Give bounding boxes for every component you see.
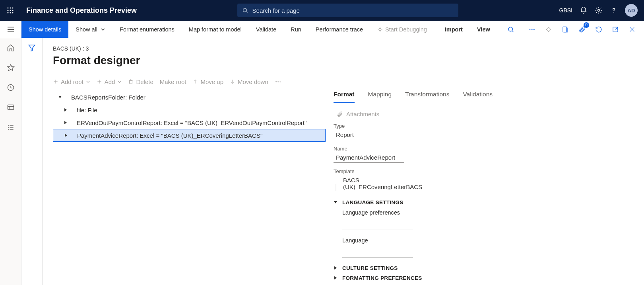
tab-transformations[interactable]: Transformations — [405, 91, 449, 103]
refresh-icon[interactable] — [593, 24, 604, 35]
validate-button[interactable]: Validate — [249, 21, 283, 38]
tree-row-file[interactable]: file: File — [53, 103, 326, 116]
svg-point-11 — [598, 10, 600, 12]
move-up-button[interactable]: Move up — [192, 78, 223, 85]
section-language-settings[interactable]: LANGUAGE SETTINGS — [334, 199, 636, 205]
run-button[interactable]: Run — [283, 21, 308, 38]
attachment-badge: 0 — [584, 22, 589, 28]
svg-marker-56 — [58, 96, 62, 98]
svg-rect-26 — [546, 27, 551, 31]
tree-label: ERVendOutPaymControlReport: Excel = "BAC… — [77, 119, 306, 126]
svg-point-55 — [280, 81, 281, 82]
app-title: Finance and Operations Preview — [21, 6, 137, 15]
filter-column — [21, 38, 43, 285]
svg-point-25 — [533, 29, 534, 29]
top-right: GBSI AD — [559, 4, 644, 17]
show-all-button[interactable]: Show all — [68, 21, 113, 38]
svg-point-24 — [531, 29, 532, 29]
section-formatting-preferences[interactable]: FORMATTING PREFERENCES — [334, 275, 636, 281]
svg-point-12 — [613, 12, 614, 13]
popout-icon[interactable] — [610, 24, 621, 35]
svg-point-4 — [10, 10, 11, 11]
search-box[interactable] — [237, 4, 458, 17]
svg-rect-34 — [8, 105, 14, 109]
svg-point-2 — [12, 7, 13, 8]
tab-validations[interactable]: Validations — [463, 91, 493, 103]
find-icon[interactable] — [505, 24, 516, 35]
tab-format[interactable]: Format — [334, 91, 355, 103]
separator — [436, 25, 436, 34]
company-code[interactable]: GBSI — [559, 7, 572, 14]
svg-marker-59 — [65, 134, 67, 137]
tree-row-ervend[interactable]: ERVendOutPaymControlReport: Excel = "BAC… — [53, 116, 326, 129]
add-button[interactable]: Add — [97, 78, 122, 85]
search-input[interactable] — [252, 7, 454, 14]
caret-right-icon[interactable] — [62, 108, 70, 112]
attachment-icon[interactable]: 0 — [576, 24, 588, 35]
format-enumerations-button[interactable]: Format enumerations — [113, 21, 182, 38]
show-details-button[interactable]: Show details — [21, 21, 68, 38]
svg-point-5 — [12, 10, 13, 11]
caret-right-icon[interactable] — [62, 133, 70, 137]
action-bar-right: 0 — [526, 24, 644, 35]
close-icon[interactable] — [627, 24, 638, 35]
home-icon[interactable] — [7, 44, 15, 53]
svg-marker-60 — [334, 201, 337, 203]
make-root-button[interactable]: Make root — [160, 78, 186, 85]
move-down-button[interactable]: Move down — [230, 78, 268, 85]
star-icon[interactable] — [7, 64, 15, 73]
view-button[interactable]: View — [470, 21, 497, 38]
workspace: BACS (UK) : 3 Format designer Add root A… — [0, 38, 644, 285]
svg-marker-43 — [29, 45, 35, 51]
tree-row-root[interactable]: BACSReportsFolder: Folder — [53, 91, 326, 103]
svg-point-16 — [379, 28, 381, 31]
modules-icon[interactable] — [7, 123, 15, 133]
recent-icon[interactable] — [7, 84, 15, 93]
template-field[interactable]: BACS (UK)_ERCoveringLetterBACS — [341, 175, 434, 192]
tree-label: BACSReportsFolder: Folder — [71, 94, 145, 101]
diamond-icon[interactable] — [543, 24, 554, 35]
tab-mapping[interactable]: Mapping — [368, 91, 392, 103]
delete-button[interactable]: Delete — [128, 78, 153, 85]
filter-icon[interactable] — [28, 44, 36, 285]
language-field[interactable] — [342, 248, 413, 258]
svg-line-10 — [246, 12, 248, 13]
performance-trace-button[interactable]: Performance trace — [308, 21, 370, 38]
tree-panel: BACSReportsFolder: Folder file: File ERV… — [53, 91, 326, 281]
name-field[interactable]: PaymentAdviceReport — [334, 152, 404, 163]
svg-point-3 — [7, 10, 8, 11]
add-root-button[interactable]: Add root — [53, 78, 90, 85]
avatar[interactable]: AD — [625, 4, 638, 17]
workspace-icon[interactable] — [7, 103, 15, 113]
svg-marker-57 — [64, 108, 67, 111]
office-icon[interactable] — [560, 24, 571, 35]
bell-icon[interactable] — [580, 6, 588, 14]
attachments-button[interactable]: Attachments — [337, 111, 636, 117]
import-button[interactable]: Import — [438, 21, 470, 38]
svg-line-22 — [512, 31, 513, 32]
drag-handle-icon[interactable]: ║ — [334, 184, 338, 192]
template-label: Template — [334, 168, 636, 174]
svg-point-23 — [530, 29, 530, 29]
svg-line-29 — [615, 27, 618, 29]
map-format-button[interactable]: Map format to model — [182, 21, 249, 38]
tabs: Format Mapping Transformations Validatio… — [334, 91, 636, 103]
svg-point-9 — [243, 8, 247, 12]
start-debugging-button[interactable]: Start Debugging — [370, 21, 434, 38]
app-launcher-icon[interactable] — [0, 0, 21, 21]
gear-icon[interactable] — [595, 6, 603, 14]
svg-rect-48 — [130, 80, 132, 84]
tree-more-icon[interactable] — [275, 78, 282, 85]
type-field[interactable]: Report — [334, 130, 404, 140]
caret-down-icon[interactable] — [56, 95, 64, 99]
action-bar: Show details Show all Format enumeration… — [0, 21, 644, 38]
help-icon[interactable] — [610, 6, 618, 14]
language-preferences-field[interactable] — [342, 220, 413, 230]
more-icon[interactable] — [526, 24, 537, 35]
section-culture-settings[interactable]: CULTURE SETTINGS — [334, 265, 636, 271]
caret-right-icon — [334, 265, 338, 271]
main-content: BACS (UK) : 3 Format designer Add root A… — [43, 38, 644, 285]
caret-right-icon[interactable] — [62, 121, 70, 125]
nav-toggle-icon[interactable] — [0, 21, 21, 38]
tree-row-paymentadvice[interactable]: PaymentAdviceReport: Excel = "BACS (UK)_… — [53, 129, 326, 142]
